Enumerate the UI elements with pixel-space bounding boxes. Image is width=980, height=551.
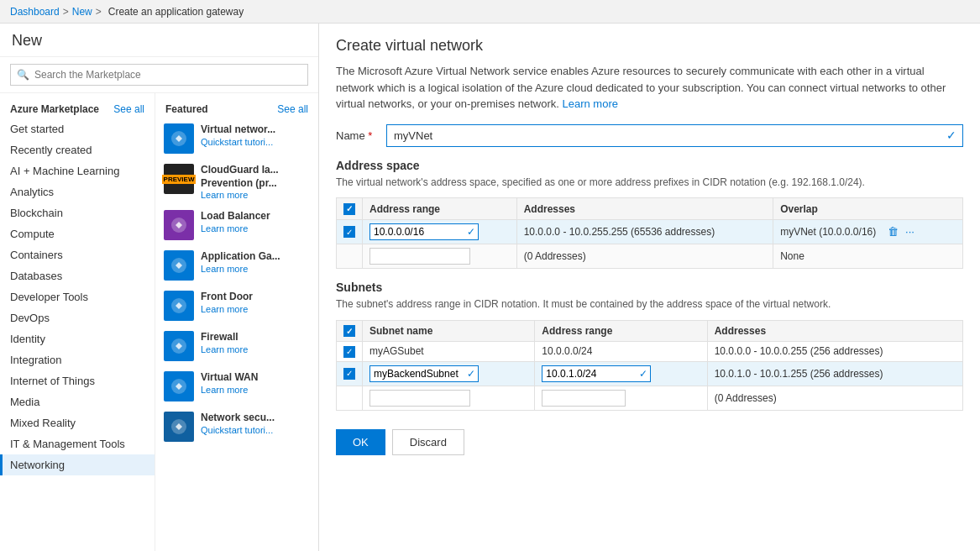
table-row: ✓ ✓ ✓ 10.0.1.0 - 10.0.1.2 [337, 361, 963, 386]
address-space-desc: The virtual network's address space, spe… [336, 176, 963, 190]
subnet-row3-range [535, 386, 707, 410]
sidebar-item-mixed-reality[interactable]: Mixed Reality [0, 412, 155, 433]
panel-learn-more-link[interactable]: Learn more [563, 97, 618, 110]
addr-row1-range: ✓ [363, 219, 517, 244]
subnet-header-checkbox[interactable]: ✓ [343, 325, 355, 337]
sidebar-item-internet-of-things[interactable]: Internet of Things [0, 370, 155, 391]
subnets-desc: The subnet's address range in CIDR notat… [336, 297, 963, 312]
sidebar-item-analytics[interactable]: Analytics [0, 181, 155, 202]
subnet-row2-cb[interactable]: ✓ [337, 361, 363, 386]
ok-button[interactable]: OK [336, 429, 385, 455]
delete-icon[interactable]: 🗑 [888, 225, 899, 238]
subnet-th-name: Subnet name [363, 320, 535, 342]
subnet-row3-cb [337, 386, 363, 410]
sidebar-item-developer-tools[interactable]: Developer Tools [0, 286, 155, 307]
subnet-row1-range: 10.0.0.0/24 [535, 342, 707, 362]
addr-th-addresses: Addresses [516, 198, 773, 220]
marketplace-header: Azure Marketplace See all [0, 100, 155, 118]
sidebar-item-integration[interactable]: Integration [0, 349, 155, 370]
sidebar-item-containers[interactable]: Containers [0, 244, 155, 265]
featured-item-4[interactable]: Front DoorLearn more [155, 286, 318, 326]
featured-item-5[interactable]: FirewallLearn more [155, 326, 318, 366]
addr-row2-overlap: None [773, 244, 963, 268]
sidebar-item-media[interactable]: Media [0, 391, 155, 412]
featured-label: Featured [165, 103, 208, 115]
breadcrumb-sep2: > [96, 6, 102, 18]
sidebar-item-databases[interactable]: Databases [0, 265, 155, 286]
featured-item-3[interactable]: Application Ga...Learn more [155, 245, 318, 286]
addr-row1-check-icon: ✓ [467, 226, 475, 238]
nav-items-list: Get startedRecently createdAI + Machine … [0, 118, 155, 475]
marketplace-label: Azure Marketplace [10, 103, 99, 115]
featured-item-7[interactable]: Network secu...Quickstart tutori... [155, 407, 318, 447]
table-row: ✓ myAGSubet 10.0.0.0/24 10.0.0.0 - 10.0.… [337, 342, 963, 362]
search-icon: 🔍 [17, 69, 29, 81]
featured-title-1: CloudGuard Ia... Prevention (pr... [201, 164, 310, 190]
search-input[interactable] [10, 64, 308, 86]
featured-icon-0 [164, 123, 194, 154]
sidebar-item-compute[interactable]: Compute [0, 223, 155, 244]
featured-link-7[interactable]: Quickstart tutori... [201, 425, 310, 435]
subnet-row1-name: myAGSubet [363, 342, 535, 362]
featured-link-4[interactable]: Learn more [201, 304, 310, 314]
sidebar-item-identity[interactable]: Identity [0, 328, 155, 349]
subnet-row2-checkbox[interactable]: ✓ [343, 368, 355, 380]
addr-row1-cb[interactable]: ✓ [337, 219, 363, 244]
featured-title-4: Front Door [201, 291, 310, 304]
addr-row2-addresses: (0 Addresses) [516, 244, 773, 268]
featured-item-0[interactable]: Virtual networ...Quickstart tutori... [155, 118, 318, 159]
subnet-row2-range-input[interactable] [542, 365, 651, 382]
featured-title-2: Load Balancer [201, 210, 310, 223]
subnet-row3-range-input[interactable] [542, 390, 626, 407]
subnet-row1-checkbox[interactable]: ✓ [343, 346, 355, 358]
name-input[interactable] [386, 124, 963, 147]
featured-link-1[interactable]: Learn more [201, 190, 310, 200]
featured-item-1[interactable]: PREVIEWCloudGuard Ia... Prevention (pr..… [155, 159, 318, 205]
sidebar-item-it-&-management-tools[interactable]: IT & Management Tools [0, 433, 155, 454]
more-icon[interactable]: ··· [905, 225, 914, 238]
featured-title-3: Application Ga... [201, 250, 310, 264]
featured-icon-3 [164, 250, 194, 281]
sidebar-new-title: New [0, 24, 318, 57]
featured-icon-4 [164, 291, 194, 321]
sidebar: New 🔍 Azure Marketplace See all Get star… [0, 24, 319, 551]
featured-see-all[interactable]: See all [277, 103, 308, 115]
subnets-heading: Subnets [336, 281, 963, 294]
table-row: (0 Addresses) None [337, 244, 963, 268]
featured-link-5[interactable]: Learn more [201, 344, 310, 354]
subnet-row3-name-input[interactable] [369, 390, 470, 407]
sidebar-item-networking[interactable]: Networking [0, 454, 155, 475]
sidebar-item-get-started[interactable]: Get started [0, 118, 155, 139]
subnet-row1-cb[interactable]: ✓ [337, 342, 363, 362]
addr-row1-checkbox[interactable]: ✓ [343, 226, 355, 238]
subnet-row2-name: ✓ [363, 361, 535, 386]
breadcrumb-new[interactable]: New [72, 6, 92, 18]
featured-link-6[interactable]: Learn more [201, 385, 310, 395]
subnet-row2-name-input[interactable] [369, 365, 479, 382]
subnet-row3-name [363, 386, 535, 410]
featured-link-2[interactable]: Learn more [201, 223, 310, 234]
featured-link-3[interactable]: Learn more [201, 264, 310, 274]
sidebar-item-recently-created[interactable]: Recently created [0, 139, 155, 160]
addr-row1-range-input[interactable] [369, 223, 479, 240]
name-field-row: Name * ✓ [336, 124, 963, 147]
addr-row2-cb [337, 244, 363, 268]
marketplace-see-all[interactable]: See all [113, 103, 144, 115]
featured-link-0[interactable]: Quickstart tutori... [201, 137, 310, 147]
breadcrumb: Dashboard > New > Create an application … [0, 0, 980, 24]
addr-header-checkbox[interactable]: ✓ [343, 203, 355, 215]
search-box-wrap: 🔍 [0, 57, 318, 93]
featured-col: Featured See all Virtual networ...Quicks… [155, 93, 318, 551]
addr-row2-range-input[interactable] [369, 248, 470, 265]
discard-button[interactable]: Discard [392, 429, 464, 455]
addr-th-range: Address range [363, 198, 517, 220]
subnet-table: ✓ Subnet name Address range Addresses ✓ … [336, 320, 963, 411]
sidebar-item-blockchain[interactable]: Blockchain [0, 202, 155, 223]
featured-item-2[interactable]: Load BalancerLearn more [155, 205, 318, 245]
sidebar-item-ai-+-machine-learning[interactable]: AI + Machine Learning [0, 160, 155, 181]
bottom-buttons: OK Discard [336, 422, 963, 455]
breadcrumb-dashboard[interactable]: Dashboard [10, 6, 60, 18]
sidebar-item-devops[interactable]: DevOps [0, 307, 155, 328]
featured-item-6[interactable]: Virtual WANLearn more [155, 366, 318, 407]
featured-items-list: Virtual networ...Quickstart tutori...PRE… [155, 118, 318, 447]
